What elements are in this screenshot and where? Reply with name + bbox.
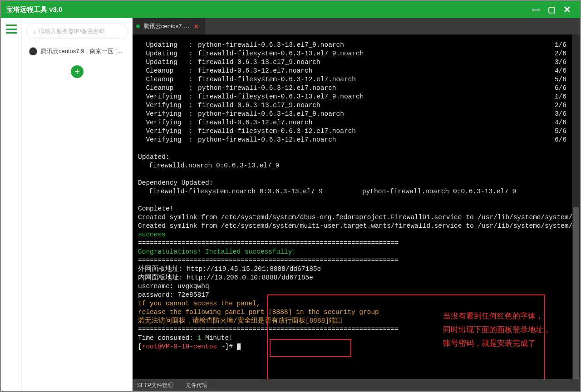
close-button[interactable]: ✕	[559, 3, 575, 16]
main-pane: 腾讯云centos7…. ✕ Updating:python-firewall-…	[133, 18, 580, 391]
app-window: 宝塔远程工具 v3.0 — ▢ ✕ ⌕ 请输入服务器IP/备注名称 腾讯云cen…	[0, 0, 581, 392]
add-server-button[interactable]: +	[71, 65, 84, 78]
file-transfer-button[interactable]: 文件传输	[186, 382, 207, 389]
left-strip	[1, 18, 22, 391]
minimize-button[interactable]: —	[528, 3, 544, 16]
sftp-manage-button[interactable]: SFTP文件管理	[137, 382, 173, 389]
linux-icon	[29, 47, 37, 55]
tab-close-icon[interactable]: ✕	[194, 23, 199, 30]
sidebar: ⌕ 请输入服务器IP/备注名称 腾讯云centos7.9，南京一区 [… +	[22, 18, 133, 391]
tabbar: 腾讯云centos7…. ✕	[133, 18, 580, 34]
titlebar: 宝塔远程工具 v3.0 — ▢ ✕	[1, 1, 580, 18]
server-item[interactable]: 腾讯云centos7.9，南京一区 […	[26, 44, 128, 59]
app-title: 宝塔远程工具 v3.0	[6, 5, 62, 14]
statusbar: SFTP文件管理 文件传输	[133, 379, 580, 391]
search-placeholder: 请输入服务器IP/备注名称	[39, 27, 105, 35]
scrollbar[interactable]	[572, 34, 580, 379]
tab-label: 腾讯云centos7….	[143, 22, 189, 30]
status-dot-icon	[136, 24, 140, 28]
search-input[interactable]: ⌕ 请输入服务器IP/备注名称	[26, 24, 128, 39]
annotation-text: 当没有看到任何红色的字体， 同时出现下面的面板登录地址， 账号密码，就是安装完成…	[443, 309, 551, 350]
menu-icon[interactable]	[6, 24, 17, 34]
scrollbar-thumb[interactable]	[573, 207, 579, 379]
server-label: 腾讯云centos7.9，南京一区 […	[41, 47, 123, 55]
tab-active[interactable]: 腾讯云centos7…. ✕	[133, 18, 205, 34]
maximize-button[interactable]: ▢	[544, 3, 559, 16]
search-icon: ⌕	[32, 28, 36, 35]
